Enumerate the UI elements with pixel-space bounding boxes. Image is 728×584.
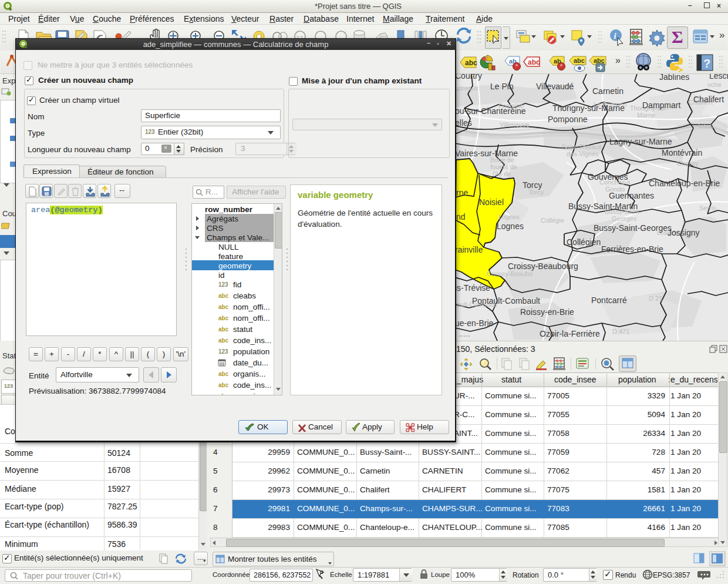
svg-text:rainville: rainville xyxy=(455,245,483,254)
svg-text:Saint-Thibault: Saint-Thibault xyxy=(562,143,602,150)
svg-text:Chanteloup-en-Brie: Chanteloup-en-Brie xyxy=(649,179,720,188)
svg-text:D 21: D 21 xyxy=(649,295,662,302)
svg-text:Jossigny: Jossigny xyxy=(668,228,699,237)
svg-text:Croissy-Beaubo: Croissy-Beaubo xyxy=(487,270,532,277)
svg-text:Serris: Serris xyxy=(699,204,716,212)
svg-text:Pomponne: Pomponne xyxy=(548,115,588,124)
svg-text:D 471: D 471 xyxy=(612,328,629,335)
svg-text:Bussy-Saint-Georges: Bussy-Saint-Georges xyxy=(594,223,672,233)
svg-text:Noisiel: Noisiel xyxy=(479,197,504,207)
svg-text:l'île de: l'île de xyxy=(493,170,511,177)
svg-text:Pontcarré: Pontcarré xyxy=(591,296,627,305)
svg-text:Lesch: Lesch xyxy=(709,74,728,80)
svg-text:abc: abc xyxy=(594,57,605,64)
svg-text:Chalifert: Chalifert xyxy=(693,95,724,104)
svg-text:Villevaudé: Villevaudé xyxy=(536,82,574,91)
svg-text:Jablines: Jablines xyxy=(659,74,689,82)
svg-text:oche: oche xyxy=(707,81,722,88)
svg-text:elles: elles xyxy=(455,118,472,127)
svg-text:Courtry: Courtry xyxy=(455,74,482,80)
svg-text:abc: abc xyxy=(574,57,585,64)
svg-text:Lagny-sur-Marne: Lagny-sur-Marne xyxy=(609,137,672,146)
svg-text:ue-en-Brie: ue-en-Brie xyxy=(455,318,494,328)
svg-text:Coup: Coup xyxy=(698,122,713,129)
svg-text:Croissy-Beaubourg: Croissy-Beaubourg xyxy=(508,261,578,271)
svg-text:Georges: Georges xyxy=(612,215,637,222)
svg-text:abc: abc xyxy=(465,59,477,67)
svg-text:Roissy-en-Brie: Roissy-en-Brie xyxy=(520,307,574,317)
svg-text:nd: nd xyxy=(456,212,466,221)
svg-text:des-Vignes: des-Vignes xyxy=(567,150,599,157)
svg-text:is-Trévise: is-Trévise xyxy=(455,283,490,293)
svg-text:Guermantes: Guermantes xyxy=(609,191,654,200)
svg-text:fouers de: fouers de xyxy=(490,163,517,170)
svg-text:Collégien: Collégien xyxy=(567,237,601,247)
svg-text:rne: rne xyxy=(456,188,468,197)
svg-text:udreaux: udreaux xyxy=(455,85,478,92)
svg-text:Marne: Marne xyxy=(637,112,655,119)
svg-text:Montévrain: Montévrain xyxy=(662,148,702,157)
svg-text:Vaires-sur-Marne: Vaires-sur-Marne xyxy=(455,149,518,158)
svg-text:Pontault-Combault: Pontault-Combault xyxy=(472,296,540,306)
svg-text:abc: abc xyxy=(528,58,540,66)
svg-text:Ferrières-en-Brie: Ferrières-en-Brie xyxy=(601,244,663,254)
svg-text:Lognes: Lognes xyxy=(497,221,524,231)
svg-text:Collégie: Collégie xyxy=(541,217,564,224)
svg-text:Carnetin: Carnetin xyxy=(592,86,623,96)
svg-text:Bussy-Saint-Martin: Bussy-Saint-Martin xyxy=(568,202,638,211)
svg-text:Ozoir-la-Ferrière: Ozoir-la-Ferrière xyxy=(540,329,600,338)
svg-text:Torcy: Torcy xyxy=(523,180,542,190)
svg-text:?: ? xyxy=(703,57,710,70)
svg-text:Chessy: Chessy xyxy=(677,160,699,167)
svg-text:ou-sur-Chantereine: ou-sur-Chantereine xyxy=(455,106,526,116)
svg-text:Lognes: Lognes xyxy=(498,213,520,220)
svg-text:Dampmart: Dampmart xyxy=(642,100,680,110)
svg-text:Thorigny-sur-Marne: Thorigny-sur-Marne xyxy=(552,103,625,113)
svg-text:Villeneuve: Villeneuve xyxy=(500,121,530,128)
svg-text:Gouvernes: Gouvernes xyxy=(588,172,628,182)
svg-text:Le Pin: Le Pin xyxy=(490,82,514,91)
